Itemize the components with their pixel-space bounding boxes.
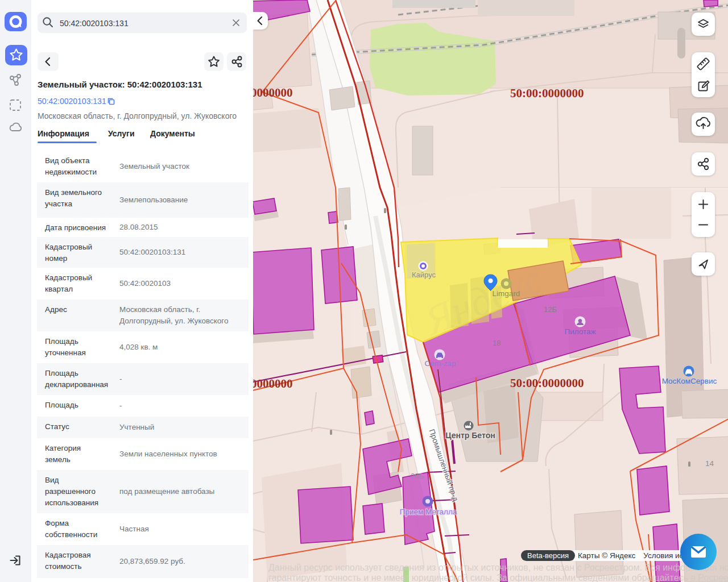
svg-text:18: 18 [493, 339, 500, 347]
svg-text:Limgard: Limgard [493, 289, 520, 298]
svg-text:50:00:0000000: 50:00:0000000 [510, 376, 584, 390]
svg-text:Кайрус: Кайрус [412, 271, 436, 279]
svg-text:0000000: 0000000 [251, 377, 293, 390]
svg-text:Центр Бетон: Центр Бетон [445, 431, 495, 440]
svg-text:50:00:0000000: 50:00:0000000 [510, 86, 584, 100]
svg-text:МосКомСервис: МосКомСервис [662, 377, 717, 385]
svg-text:Пилотаж: Пилотаж [564, 327, 595, 336]
svg-text:0000000: 0000000 [251, 86, 293, 99]
svg-text:14: 14 [705, 459, 714, 468]
svg-text:12Б: 12Б [544, 305, 557, 314]
svg-text:Данный ресурс использует сведе: Данный ресурс использует сведения из отк… [268, 563, 728, 572]
svg-text:Cem-zap: Cem-zap [425, 359, 456, 368]
svg-text:Прием Металла: Прием Металла [400, 508, 457, 516]
svg-text:20Б: 20Б [411, 472, 424, 480]
svg-text:гарантируют точность и не имее: гарантируют точность и не имеет юридичес… [268, 573, 728, 582]
